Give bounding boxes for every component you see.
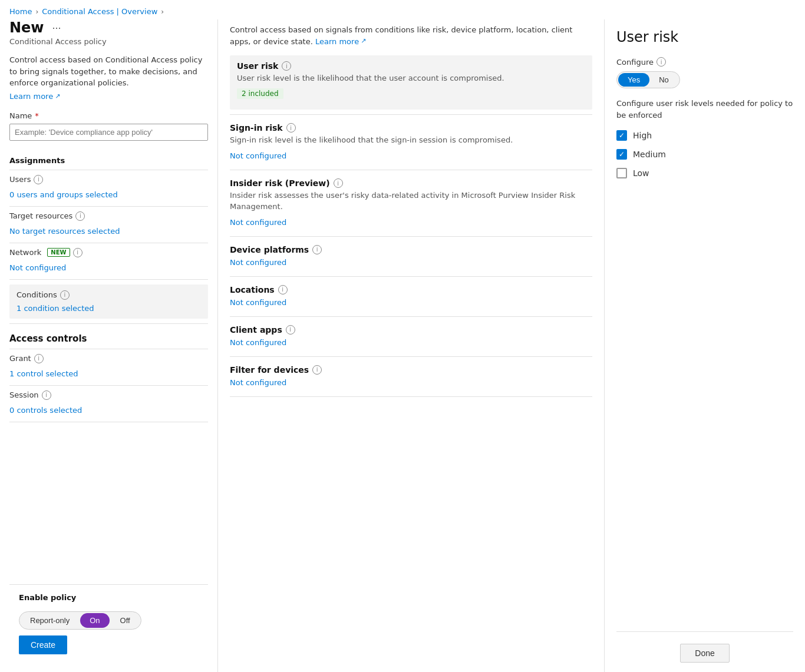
- users-value[interactable]: 0 users and groups selected: [9, 188, 208, 201]
- conditions-value[interactable]: 1 condition selected: [17, 304, 94, 313]
- page-title: New: [9, 19, 44, 36]
- target-resources-info-icon[interactable]: i: [75, 211, 85, 221]
- users-info-icon[interactable]: i: [34, 175, 43, 184]
- user-risk-value[interactable]: 2 included: [237, 88, 283, 99]
- low-risk-checkbox[interactable]: [616, 168, 627, 178]
- session-label: Session i: [9, 390, 208, 400]
- filter-devices-title-row: Filter for devices i: [230, 365, 592, 375]
- configure-toggle[interactable]: Yes No: [616, 71, 680, 88]
- device-platforms-info-icon[interactable]: i: [312, 245, 322, 254]
- medium-risk-row[interactable]: ✓ Medium: [616, 149, 793, 160]
- user-risk-title: User risk: [237, 61, 278, 71]
- device-platforms-value[interactable]: Not configured: [230, 257, 592, 272]
- low-risk-row[interactable]: Low: [616, 168, 793, 178]
- network-new-badge: NEW: [47, 248, 70, 257]
- divider-conditions: [9, 323, 208, 324]
- high-risk-row[interactable]: ✓ High: [616, 130, 793, 141]
- report-only-option[interactable]: Report-only: [21, 613, 79, 628]
- user-risk-title-row: User risk i: [237, 61, 585, 71]
- locations-value[interactable]: Not configured: [230, 297, 592, 312]
- middle-learn-more-link[interactable]: Learn more ↗: [315, 36, 366, 48]
- sign-in-risk-description: Sign-in risk level is the likelihood tha…: [230, 135, 592, 145]
- divider-client-apps: [230, 356, 592, 357]
- insider-risk-value[interactable]: Not configured: [230, 217, 592, 231]
- sign-in-risk-title: Sign-in risk: [230, 123, 283, 133]
- bottom-bar: Enable policy Report-only On Off Create: [9, 584, 208, 663]
- insider-risk-info-icon[interactable]: i: [334, 178, 343, 188]
- device-platforms-title: Device platforms: [230, 245, 309, 254]
- user-risk-info-icon[interactable]: i: [282, 61, 291, 71]
- high-risk-label: High: [633, 131, 652, 140]
- sign-in-risk-value[interactable]: Not configured: [230, 150, 592, 165]
- divider-target-resources: [9, 243, 208, 243]
- divider-session: [9, 422, 208, 422]
- policy-name-input[interactable]: [9, 124, 208, 141]
- conditions-label: Conditions i: [17, 290, 201, 300]
- high-risk-checkbox[interactable]: ✓: [616, 130, 627, 141]
- divider-device-platforms: [230, 276, 592, 277]
- condition-client-apps[interactable]: Client apps i Not configured: [230, 325, 592, 352]
- ellipsis-button[interactable]: ···: [49, 21, 65, 35]
- divider-assignments: [9, 170, 208, 170]
- breadcrumb-home[interactable]: Home: [9, 7, 32, 16]
- target-resources-value[interactable]: No target resources selected: [9, 224, 208, 238]
- network-value[interactable]: Not configured: [9, 261, 208, 274]
- configure-description: Configure user risk levels needed for po…: [616, 98, 793, 121]
- no-option[interactable]: No: [649, 73, 678, 87]
- configure-info-icon[interactable]: i: [656, 57, 666, 67]
- breadcrumb-chevron-2: ›: [161, 8, 164, 16]
- locations-title: Locations: [230, 285, 275, 294]
- user-risk-description: User risk level is the likelihood that t…: [237, 73, 585, 84]
- client-apps-title: Client apps: [230, 325, 282, 335]
- divider-users: [9, 206, 208, 207]
- yes-option[interactable]: Yes: [618, 73, 649, 87]
- filter-devices-info-icon[interactable]: i: [312, 365, 322, 375]
- divider-locations: [230, 316, 592, 317]
- condition-filter-devices[interactable]: Filter for devices i Not configured: [230, 365, 592, 392]
- session-value[interactable]: 0 controls selected: [9, 403, 208, 417]
- grant-info-icon[interactable]: i: [34, 354, 44, 363]
- middle-external-icon: ↗: [361, 37, 366, 47]
- condition-device-platforms[interactable]: Device platforms i Not configured: [230, 245, 592, 272]
- session-info-icon[interactable]: i: [42, 390, 51, 400]
- access-controls-label: Access controls: [9, 333, 208, 344]
- external-link-icon: ↗: [55, 92, 60, 100]
- client-apps-title-row: Client apps i: [230, 325, 592, 335]
- client-apps-info-icon[interactable]: i: [286, 325, 295, 335]
- low-risk-label: Low: [633, 168, 649, 178]
- network-info-icon[interactable]: i: [73, 248, 83, 257]
- middle-panel: Control access based on signals from con…: [218, 19, 605, 672]
- done-button[interactable]: Done: [680, 644, 729, 663]
- condition-insider-risk[interactable]: Insider risk (Preview) i Insider risk as…: [230, 178, 592, 231]
- divider-access-controls: [9, 349, 208, 349]
- middle-description: Control access based on signals from con…: [230, 24, 592, 47]
- conditions-info-icon[interactable]: i: [60, 290, 70, 300]
- name-field-label: Name *: [9, 111, 208, 120]
- breadcrumb-conditional-access[interactable]: Conditional Access | Overview: [42, 7, 157, 16]
- filter-devices-value[interactable]: Not configured: [230, 377, 592, 392]
- on-option[interactable]: On: [80, 613, 109, 628]
- sign-in-risk-info-icon[interactable]: i: [286, 123, 296, 133]
- policy-subtitle: Conditional Access policy: [9, 37, 208, 46]
- page-title-row: New ···: [9, 19, 208, 36]
- enable-policy-toggle[interactable]: Report-only On Off: [19, 611, 141, 630]
- conditions-box[interactable]: Conditions i 1 condition selected: [9, 284, 208, 319]
- learn-more-link-left[interactable]: Learn more ↗: [9, 92, 60, 101]
- locations-info-icon[interactable]: i: [278, 285, 288, 294]
- medium-risk-checkbox[interactable]: ✓: [616, 149, 627, 160]
- condition-sign-in-risk[interactable]: Sign-in risk i Sign-in risk level is the…: [230, 123, 592, 165]
- network-label-row: Network NEW i: [9, 248, 208, 257]
- divider-sign-in-risk: [230, 170, 592, 170]
- locations-title-row: Locations i: [230, 285, 592, 294]
- configure-label: Configure i: [616, 57, 793, 67]
- create-button[interactable]: Create: [19, 635, 67, 654]
- grant-value[interactable]: 1 control selected: [9, 367, 208, 380]
- condition-locations[interactable]: Locations i Not configured: [230, 285, 592, 312]
- left-panel: New ··· Conditional Access policy Contro…: [0, 19, 218, 672]
- off-option[interactable]: Off: [111, 613, 140, 628]
- insider-risk-title-row: Insider risk (Preview) i: [230, 178, 592, 188]
- users-label: Users i: [9, 175, 208, 184]
- condition-user-risk[interactable]: User risk i User risk level is the likel…: [230, 55, 592, 110]
- client-apps-value[interactable]: Not configured: [230, 337, 592, 352]
- policy-description: Control access based on Conditional Acce…: [9, 54, 208, 89]
